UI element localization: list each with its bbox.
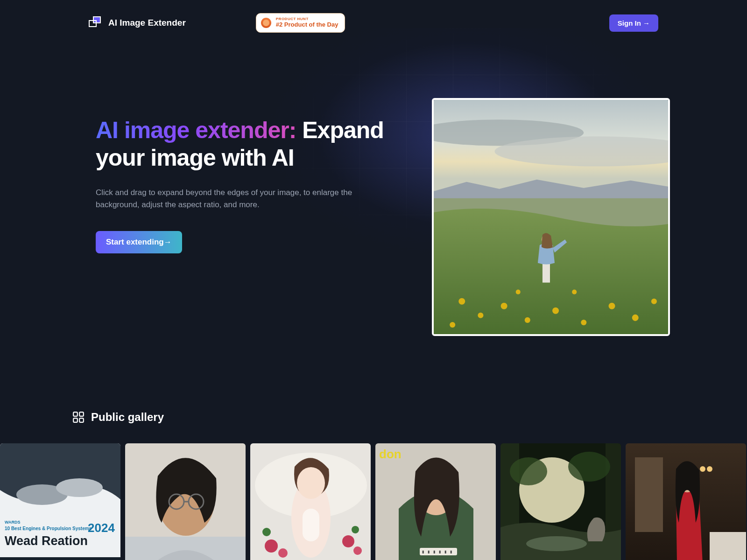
svg-point-45 [262, 528, 271, 536]
svg-point-11 [632, 315, 639, 321]
svg-point-63 [568, 452, 610, 482]
svg-rect-19 [79, 412, 84, 416]
headline-gradient: AI image extender: [96, 117, 296, 143]
svg-point-6 [501, 303, 507, 309]
start-extending-button[interactable]: Start extending→ [96, 231, 182, 253]
svg-text:▮: ▮ [428, 550, 430, 554]
grid-icon [72, 411, 85, 423]
svg-point-10 [608, 303, 615, 309]
svg-point-8 [552, 308, 559, 314]
svg-rect-29 [0, 557, 120, 560]
svg-rect-21 [79, 418, 84, 422]
product-hunt-badge[interactable]: PRODUCT HUNT #2 Product of the Day [256, 13, 345, 33]
svg-point-24 [56, 478, 103, 497]
svg-rect-18 [73, 412, 78, 416]
svg-text:10 Best Engines & Propulsion S: 10 Best Engines & Propulsion Systems [5, 526, 92, 531]
gallery-title: Public gallery [91, 411, 164, 424]
svg-point-39 [297, 467, 325, 499]
svg-point-67 [700, 466, 705, 472]
svg-text:Wead Reation: Wead Reation [5, 534, 88, 548]
logo-icon [89, 16, 102, 29]
svg-point-14 [516, 290, 521, 294]
svg-text:▮: ▮ [450, 550, 452, 554]
svg-point-15 [572, 290, 577, 294]
svg-point-7 [525, 317, 530, 323]
subtitle: Click and drag to expand beyond the edge… [96, 187, 366, 211]
gallery-item[interactable] [500, 443, 621, 560]
svg-point-13 [450, 322, 455, 328]
gallery-item[interactable]: ▮▮▮▮▮▮ don [375, 443, 496, 560]
svg-point-42 [278, 548, 288, 558]
gallery-item[interactable] [125, 443, 246, 560]
svg-point-44 [353, 546, 362, 555]
svg-rect-66 [710, 532, 746, 560]
gallery-item[interactable] [250, 443, 371, 560]
svg-text:▮: ▮ [433, 550, 435, 554]
svg-rect-40 [303, 509, 319, 541]
svg-text:▮: ▮ [422, 550, 424, 554]
svg-rect-16 [543, 261, 550, 282]
app-title: AI Image Extender [108, 18, 186, 28]
svg-point-43 [342, 535, 354, 547]
svg-text:WARDS: WARDS [5, 520, 21, 525]
signin-button[interactable]: Sign In → [609, 14, 658, 32]
svg-point-5 [478, 313, 483, 318]
svg-text:2024: 2024 [88, 521, 115, 535]
gallery-item[interactable]: WARDS 10 Best Engines & Propulsion Syste… [0, 443, 120, 560]
page-title: AI image extender: Expand your image wit… [96, 117, 413, 172]
gallery-item[interactable] [626, 443, 746, 560]
svg-point-46 [352, 526, 359, 533]
svg-point-62 [510, 457, 547, 485]
svg-text:don: don [379, 447, 402, 461]
ph-rank: #2 Product of the Day [276, 21, 338, 28]
svg-point-68 [707, 466, 712, 472]
gallery-row: WARDS 10 Best Engines & Propulsion Syste… [0, 443, 747, 560]
svg-point-61 [526, 536, 587, 551]
svg-text:▮: ▮ [444, 550, 446, 554]
svg-rect-20 [73, 418, 78, 422]
hero-image [432, 98, 670, 336]
svg-point-9 [581, 320, 586, 325]
svg-rect-65 [635, 457, 663, 532]
svg-point-12 [651, 299, 657, 304]
svg-point-4 [458, 298, 465, 305]
svg-text:▮: ▮ [439, 550, 441, 554]
medal-icon [261, 18, 271, 28]
logo[interactable]: AI Image Extender [89, 16, 186, 29]
svg-point-41 [265, 539, 278, 553]
